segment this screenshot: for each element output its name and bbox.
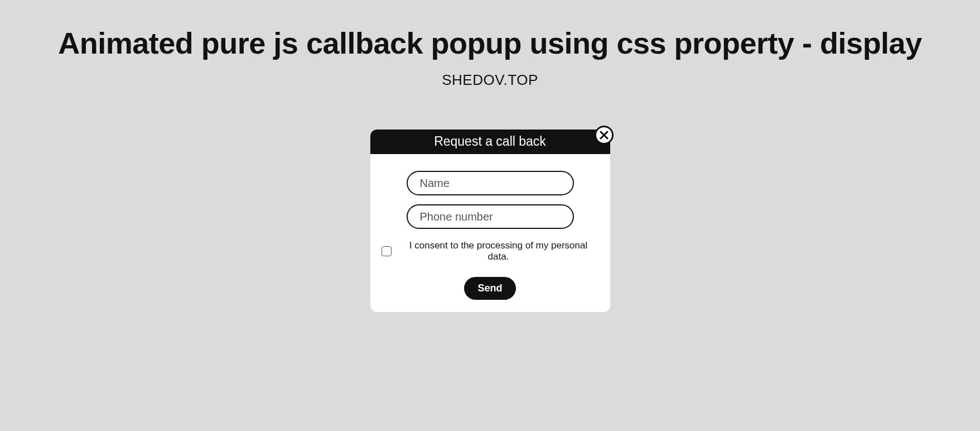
page-subtitle: SHEDOV.TOP <box>0 71 980 89</box>
popup-title: Request a call back <box>370 130 610 154</box>
consent-row: I consent to the processing of my person… <box>382 240 599 262</box>
consent-label: I consent to the processing of my person… <box>398 240 599 262</box>
close-button[interactable] <box>595 126 614 145</box>
consent-checkbox[interactable] <box>382 246 392 256</box>
page-title: Animated pure js callback popup using cs… <box>0 26 980 60</box>
send-button[interactable]: Send <box>464 277 515 300</box>
name-input[interactable] <box>407 171 574 195</box>
popup-body: I consent to the processing of my person… <box>370 154 610 312</box>
close-icon <box>599 130 609 140</box>
callback-popup: Request a call back I consent to the pro… <box>370 130 610 312</box>
phone-input[interactable] <box>407 204 574 229</box>
